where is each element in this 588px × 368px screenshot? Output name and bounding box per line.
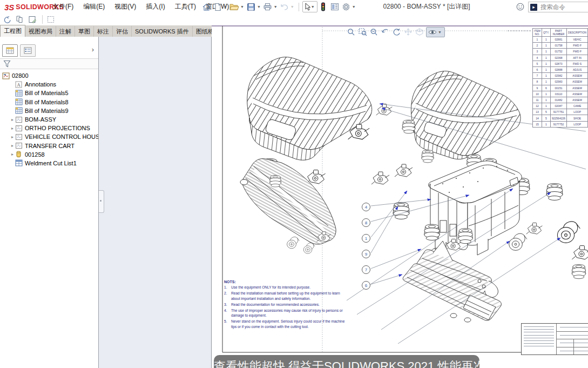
ribbon-tab[interactable]: 注解 bbox=[56, 26, 75, 37]
search-input[interactable] bbox=[539, 3, 585, 11]
ribbon-tab[interactable]: SOLIDWORKS 插件 bbox=[132, 26, 193, 37]
pan-icon[interactable] bbox=[403, 28, 413, 36]
tree-item-bill-of-materials9[interactable]: Bill of Materials9 bbox=[0, 106, 98, 115]
bom-cell: 5 bbox=[542, 109, 550, 115]
save-dropdown-caret[interactable]: ▼ bbox=[257, 5, 261, 9]
tree-filter-bar[interactable] bbox=[0, 58, 98, 69]
ribbon-tab[interactable]: 视图布局 bbox=[25, 26, 56, 37]
bom-row[interactable]: 1102881VEHIC bbox=[533, 37, 588, 43]
select-dropdown-caret[interactable]: ▼ bbox=[311, 5, 315, 9]
bom-icon bbox=[15, 90, 23, 97]
tab-display-pane[interactable] bbox=[20, 44, 36, 57]
tree-item-bill-of-materials8[interactable]: Bill of Materials8 bbox=[0, 98, 98, 106]
tree-item-label: BOM-ASSY bbox=[25, 116, 56, 123]
note-number: 3. bbox=[224, 302, 231, 307]
panel-splitter-handle[interactable] bbox=[99, 190, 104, 213]
bom-row[interactable]: 7102982ASSEM bbox=[533, 73, 588, 79]
tree-item-weldment-cut-list1[interactable]: Weldment Cut List1 bbox=[0, 159, 98, 168]
panel-expand-chevron[interactable]: › bbox=[92, 45, 94, 53]
tree-item-label: Weldment Cut List1 bbox=[25, 160, 77, 166]
previous-view-icon[interactable] bbox=[381, 28, 390, 36]
tree-item-ortho-projections[interactable]: ▸ORTHO PROJECTIONS bbox=[0, 124, 98, 132]
title-block-cell bbox=[557, 332, 588, 340]
ribbon-tab[interactable]: 标注 bbox=[94, 26, 113, 37]
zoom-to-area-icon[interactable] bbox=[358, 28, 367, 36]
evaluate-list-icon[interactable] bbox=[329, 2, 340, 12]
tree-item-bill-of-materials5[interactable]: Bill of Materials5 bbox=[0, 89, 98, 97]
bom-row[interactable]: 8102983ASSEM bbox=[533, 79, 588, 85]
note-text: Use the equipment ONLY for its intended … bbox=[231, 285, 349, 290]
ribbon-tab[interactable]: 草图 bbox=[75, 26, 94, 37]
view-control-housing[interactable] bbox=[371, 150, 563, 255]
copy-sheet-icon[interactable] bbox=[15, 15, 25, 24]
bom-row[interactable]: 1519177752LOOP bbox=[533, 121, 588, 127]
open-dropdown-caret[interactable]: ▼ bbox=[240, 5, 244, 9]
help-smiley-icon[interactable] bbox=[516, 3, 524, 13]
bom-cell: 9177751 bbox=[550, 109, 566, 115]
traffic-light-icon[interactable] bbox=[318, 2, 329, 12]
bom-row[interactable]: 11101482ASSEM bbox=[533, 97, 588, 103]
view-chassis-frame[interactable] bbox=[240, 159, 336, 254]
bom-table[interactable]: ITEM NO.QTY.PART NUMBERDESCRIPTION 11028… bbox=[532, 28, 588, 128]
tree-item-transfer-cart[interactable]: ▸TRANSFER CART bbox=[0, 142, 98, 150]
print-dropdown-caret[interactable]: ▼ bbox=[274, 5, 278, 9]
rebuild-icon[interactable] bbox=[2, 15, 13, 24]
expand-arrow-icon[interactable]: ▸ bbox=[10, 152, 15, 157]
edit-sheet-format-icon[interactable] bbox=[27, 15, 38, 24]
bom-row[interactable]: 145922564226SHOE bbox=[533, 115, 588, 121]
bom-cell: 01482 bbox=[550, 97, 566, 103]
menu-视图(V)[interactable]: 视图(V) bbox=[110, 2, 141, 11]
3d-drawing-view-icon[interactable] bbox=[415, 28, 424, 36]
bom-row[interactable]: 9600151ASSEM bbox=[533, 85, 588, 91]
tree-item-bom-assy[interactable]: ▸BOM-ASSY bbox=[0, 115, 98, 124]
bom-row[interactable]: 5102873FWD S bbox=[533, 61, 588, 66]
ribbon-tab[interactable]: 评估 bbox=[113, 26, 132, 37]
expand-arrow-icon[interactable]: ▸ bbox=[10, 135, 15, 139]
view-settings-button[interactable]: ▼ bbox=[426, 27, 445, 37]
menu-插入(I)[interactable]: 插入(I) bbox=[141, 2, 170, 11]
drawing-notes[interactable]: NOTS: 1.Use the equipment ONLY for its i… bbox=[224, 280, 349, 330]
subtitle-text: 查看性能超快 得益于SOLIDWORKS 2021 性能再次提升 bbox=[214, 358, 479, 368]
expand-arrow-icon[interactable]: ▸ bbox=[10, 117, 15, 122]
note-item: 2.Read the installation manual before se… bbox=[224, 291, 349, 302]
bom-row[interactable]: 4102368AFT IN bbox=[533, 55, 588, 61]
cursor-icon bbox=[304, 3, 311, 11]
bom-row[interactable]: 1359177751LOOP bbox=[533, 109, 588, 115]
print-icon[interactable] bbox=[262, 2, 273, 12]
expand-arrow-icon[interactable]: ▸ bbox=[10, 143, 15, 148]
empty-view-icon[interactable] bbox=[45, 15, 56, 24]
rotate-view-icon[interactable] bbox=[392, 28, 401, 36]
menu-编辑(E)[interactable]: 编辑(E) bbox=[78, 2, 110, 11]
home-icon[interactable] bbox=[201, 2, 212, 12]
zoom-in-out-icon[interactable] bbox=[369, 28, 379, 36]
pin-icon[interactable] bbox=[181, 3, 188, 12]
expand-arrow-icon[interactable]: ▸ bbox=[10, 126, 15, 131]
bom-row[interactable]: 10103110ASSEM bbox=[533, 91, 588, 97]
search-icon[interactable]: ▸ bbox=[530, 4, 537, 11]
select-tool[interactable]: ▼ bbox=[302, 1, 317, 12]
zoom-fit-icon[interactable] bbox=[347, 28, 356, 36]
save-icon[interactable] bbox=[246, 2, 256, 12]
tab-feature-tree[interactable] bbox=[2, 44, 18, 57]
title-block[interactable] bbox=[521, 323, 588, 355]
tree-item-root[interactable]: 02800 bbox=[0, 71, 98, 80]
undo-dropdown-caret[interactable]: ▼ bbox=[290, 5, 294, 9]
feature-tree: 02800AAnnotationsBill of Materials5Bill … bbox=[0, 71, 98, 168]
menu-文件(F)[interactable]: 文件(F) bbox=[48, 2, 78, 11]
bom-row[interactable]: 12102087CAME bbox=[533, 103, 588, 109]
tree-item-001258[interactable]: ▸001258 bbox=[0, 150, 98, 159]
new-dropdown-caret[interactable]: ▼ bbox=[224, 5, 227, 9]
undo-icon[interactable] bbox=[279, 2, 290, 12]
tree-item-vehicle-control-housing-a[interactable]: ▸VEHICLE CONTROL HOUSING A bbox=[0, 132, 98, 141]
new-document-icon[interactable] bbox=[212, 2, 223, 12]
bom-row[interactable]: 3101752FWD F bbox=[533, 49, 588, 55]
drawing-canvas[interactable]: 481976 ▼ ITEM NO.QTY.PART NUMBERDESCRIPT… bbox=[212, 25, 588, 368]
view-rail-assemblies[interactable] bbox=[403, 241, 501, 322]
tree-item-annotations[interactable]: AAnnotations bbox=[0, 80, 98, 89]
bom-cell: 922564226 bbox=[550, 115, 566, 121]
bom-balloons: 481976 bbox=[362, 203, 370, 290]
bom-row[interactable]: 2101758FWD F bbox=[533, 43, 588, 49]
open-icon[interactable] bbox=[229, 2, 240, 12]
ribbon-tab[interactable]: 工程图 bbox=[0, 25, 25, 37]
bom-row[interactable]: 6102888ADJUS bbox=[533, 66, 588, 72]
